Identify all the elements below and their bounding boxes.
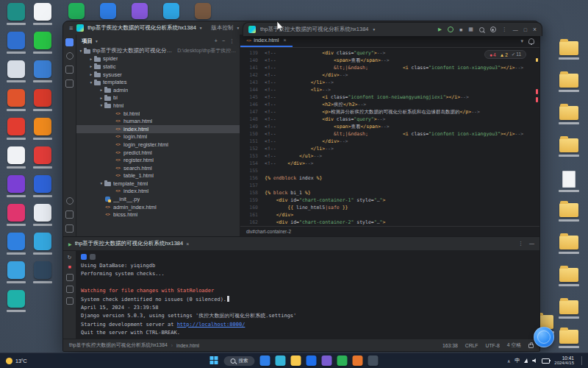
battery-icon[interactable] [542, 358, 550, 364]
taskbar-app-icon[interactable] [368, 355, 379, 366]
taskbar-app-icon[interactable] [322, 355, 332, 366]
minimize-panel-icon[interactable]: — [529, 241, 534, 247]
run-config-tab[interactable]: thp基于疾控大数据的可视化分析系统hx1384 [75, 240, 184, 247]
taskbar-app-icon[interactable] [276, 355, 286, 366]
caret-position[interactable]: 163:38 [442, 343, 458, 348]
desktop-folder[interactable] [554, 236, 584, 254]
desktop-folder[interactable] [554, 268, 584, 286]
tree-row[interactable]: bicss.html [76, 210, 240, 219]
tree-row[interactable]: ▸ bi [76, 94, 240, 102]
run-button-icon[interactable]: ▶ [438, 26, 442, 32]
desktop-folder[interactable] [554, 300, 584, 319]
tree-chevron-icon[interactable]: ▸ [98, 96, 104, 100]
desktop-shortcut[interactable] [4, 60, 28, 82]
taskbar-app-icon[interactable] [291, 355, 301, 366]
chevron-down-icon[interactable]: ▾ [237, 26, 240, 30]
run-panel-header[interactable]: ▶ thp基于疾控大数据的可视化分析系统hx1384 × ⋮ — [63, 237, 539, 251]
line-ending-selector[interactable]: CRLF [465, 343, 478, 348]
grid-menu-icon[interactable]: ▦ [468, 26, 473, 32]
project-panel-header[interactable]: 项目 ▾ + − ⋮ [76, 35, 240, 47]
editor-tab-index-html[interactable]: <> index.html × [240, 35, 293, 47]
close-button[interactable]: × [533, 26, 537, 33]
tree-row[interactable]: ▸ spider [76, 55, 240, 63]
desktop-shortcut[interactable] [4, 89, 28, 111]
run-tab-close-icon[interactable]: × [186, 241, 189, 247]
desktop-folder[interactable] [554, 171, 584, 192]
console-action-icon[interactable] [66, 286, 74, 293]
desktop-shortcut[interactable] [4, 3, 28, 25]
tree-row[interactable]: ▸ admin [76, 86, 240, 94]
collapse-all-icon[interactable]: − [222, 38, 225, 44]
tree-chevron-icon[interactable]: ▾ [78, 49, 84, 53]
commit-tool-icon[interactable] [66, 52, 74, 60]
desktop-shortcut[interactable] [31, 233, 54, 255]
desktop-shortcut[interactable] [31, 3, 54, 25]
tree-row[interactable]: search.html [76, 164, 240, 172]
desktop-shortcut[interactable] [4, 261, 28, 283]
tray-expand-icon[interactable]: ∧ [507, 358, 510, 364]
more-options-icon[interactable]: ⋮ [518, 241, 523, 247]
clock-widget[interactable]: 10:41 2024/4/15 [554, 355, 574, 367]
volume-icon[interactable] [532, 358, 537, 363]
run-console[interactable]: Using DataBase: yiqingdbPerforming syste… [76, 251, 539, 339]
project-tool-icon[interactable] [65, 38, 74, 46]
tree-row[interactable]: ▸ sysuser [76, 71, 240, 79]
stop-icon[interactable]: ■ [68, 264, 71, 269]
tree-row[interactable]: ▾ templates [76, 78, 240, 86]
stop-button-icon[interactable]: ■ [459, 27, 462, 32]
tree-row[interactable]: index.html [76, 188, 240, 196]
desktop-shortcut[interactable] [31, 175, 54, 197]
run-tool-icon[interactable] [66, 197, 74, 205]
tree-row[interactable]: __init__.py [76, 195, 240, 203]
assistant-floating-ball[interactable] [534, 327, 554, 347]
desktop-shortcut[interactable] [4, 118, 28, 140]
tree-chevron-icon[interactable]: ▸ [98, 88, 104, 92]
console-action-icon[interactable] [66, 297, 74, 305]
tree-chevron-icon[interactable]: ▸ [88, 72, 94, 77]
tree-row[interactable]: register.html [76, 156, 240, 164]
more-options-icon[interactable]: ⋮ [229, 38, 234, 44]
project-tree[interactable]: ▾ thp基于疾控大数据的可视化分析系统hx1384 D:\desktop\th… [76, 47, 240, 236]
tab-close-icon[interactable]: × [283, 38, 286, 43]
code-editor[interactable]: 1391401411421431441451461471481491501511… [240, 48, 539, 226]
tree-row[interactable]: login_register.html [76, 141, 240, 149]
version-control-men[interactable]: 版本控制 [212, 24, 234, 32]
desktop-shortcut[interactable] [31, 89, 54, 111]
desktop-shortcut[interactable] [31, 118, 54, 140]
desktop-shortcut[interactable] [4, 175, 28, 197]
tree-row[interactable]: index.html [76, 125, 240, 133]
breadcrumb-text[interactable]: div#chart-container-2 [246, 229, 291, 234]
inspections-widget[interactable]: ●4 ▲2 ✓11 [484, 50, 526, 59]
tree-chevron-icon[interactable]: ▾ [98, 103, 104, 107]
desktop-shortcut[interactable] [31, 32, 54, 54]
secondary-window-titlebar[interactable]: thp基于疾控大数据的可视化分析系统hx1384 ▾ ▶ ■ ▦ ⋮ — □ × [243, 22, 542, 36]
desktop-shortcut[interactable] [31, 146, 54, 169]
tab-list-icon[interactable]: ▾ [520, 38, 523, 44]
desktop-folder[interactable] [554, 138, 584, 157]
read-lock-icon[interactable] [528, 344, 534, 348]
tree-row[interactable]: bi.html [76, 110, 240, 118]
chevron-down-icon[interactable]: ▾ [200, 26, 202, 30]
desktop-folder[interactable] [554, 41, 584, 60]
desktop-folder[interactable] [554, 330, 584, 348]
tree-row[interactable]: ▾ html [76, 102, 240, 110]
start-button[interactable] [210, 356, 219, 365]
desktop-folder[interactable] [554, 74, 584, 92]
locate-file-icon[interactable]: + [215, 38, 218, 44]
network-icon[interactable] [524, 358, 528, 363]
desktop-shortcut[interactable] [31, 60, 54, 82]
terminal-tool-icon[interactable] [65, 210, 74, 219]
tree-chevron-icon[interactable]: ▸ [88, 64, 94, 68]
tree-row[interactable]: admin_index.html [76, 203, 240, 211]
rerun-icon[interactable]: ↻ [68, 255, 72, 260]
tree-chevron-icon[interactable]: ▾ [88, 80, 94, 85]
chevron-down-icon[interactable]: ▾ [373, 27, 376, 32]
bookmarks-tool-icon[interactable] [65, 79, 74, 88]
desktop-folder[interactable] [554, 203, 584, 222]
indent-selector[interactable]: 4 空格 [507, 342, 521, 349]
desktop-shortcut[interactable] [4, 32, 28, 54]
show-desktop-button[interactable] [581, 356, 584, 365]
desktop-shortcut[interactable] [4, 146, 28, 169]
desktop-shortcut[interactable] [4, 233, 28, 255]
taskbar-search[interactable]: 搜索 [224, 356, 255, 366]
